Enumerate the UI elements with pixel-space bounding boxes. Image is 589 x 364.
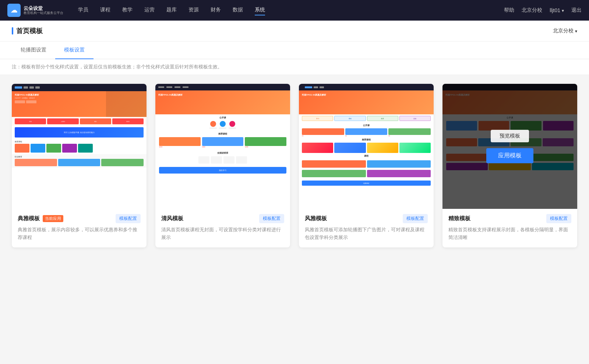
apply-button-2[interactable]: 应用模板: [199, 148, 246, 163]
template-info-1: 典雅模板 当前应用 模板配置 典雅首页模板，展示内容较多，可以展示优惠券和多个推…: [12, 209, 147, 247]
template-card-1: 托福TPO1-54真题及解析 内容详尽 · 全面覆盖 · 进阶提升 ¥30 +¥…: [12, 84, 147, 247]
logout-link[interactable]: 退出: [571, 7, 582, 14]
template-info-2: 清风模板 模板配置 清风首页模板课程无封面，可设置按学科分类对课程进行展示: [155, 209, 290, 247]
template-desc-4: 精致首页模板支持课程展示封面，各模板分隔明显，界面简洁清晰: [448, 226, 571, 242]
template-preview-4: 托福TPO1-54真题及解析 公开课 推荐课程: [442, 84, 577, 209]
user-name: lljt01: [550, 7, 560, 13]
template-name-1: 典雅模板: [18, 215, 40, 222]
nav-teaching[interactable]: 教学: [122, 5, 133, 15]
preview-overlay-4: 预览模板 应用模板: [442, 84, 577, 209]
template-info-3: 风雅模板 模板配置 风雅首页模板可添加轮播图下广告图片，可对课程及课程包设置学科…: [299, 209, 434, 247]
config-button-3[interactable]: 模板配置: [403, 214, 428, 223]
tab-carousel[interactable]: 轮播图设置: [12, 42, 55, 59]
template-desc-3: 风雅首页模板可添加轮播图下广告图片，可对课程及课程包设置学科分类展示: [305, 226, 428, 242]
apply-button-4[interactable]: 应用模板: [486, 148, 533, 163]
page-header: 首页模板 北京分校: [0, 21, 589, 42]
user-dropdown[interactable]: lljt01: [550, 7, 564, 13]
logo-icon: ☁: [7, 4, 21, 17]
logo[interactable]: ☁ 云朵设堂 教育机构一站式服务云平台: [7, 4, 63, 17]
tabs: 轮播图设置 模板设置: [12, 42, 577, 59]
nav-students[interactable]: 学员: [78, 5, 88, 15]
title-bar-accent: [12, 27, 13, 35]
template-name-2: 清风模板: [161, 215, 183, 222]
template-preview-3: 托福TPO1-54真题及解析 学习 课程 推荐 活动 公开课 ¥1 ¥1 ¥1 …: [299, 84, 434, 209]
preview-button-2[interactable]: 预览模板: [204, 130, 242, 142]
apply-button-3[interactable]: 应用模板: [343, 148, 390, 163]
config-button-2[interactable]: 模板配置: [259, 214, 284, 223]
template-grid: 托福TPO1-54真题及解析 内容详尽 · 全面覆盖 · 进阶提升 ¥30 +¥…: [12, 84, 577, 247]
badge-current-1: 当前应用: [43, 215, 63, 222]
preview-button-1[interactable]: 预览模板: [60, 130, 98, 142]
branch-selector-text: 北京分校: [553, 28, 574, 34]
template-desc-2: 清风首页模板课程无封面，可设置按学科分类对课程进行展示: [161, 226, 284, 242]
page-title-wrap: 首页模板: [12, 26, 43, 35]
template-card-4: 托福TPO1-54真题及解析 公开课 推荐课程: [442, 84, 577, 247]
tab-template[interactable]: 模板设置: [55, 42, 94, 59]
template-name-3: 风雅模板: [305, 215, 327, 222]
template-preview-2: 托福TPO1-54真题及解析 公开课: [155, 84, 290, 209]
branch-chevron-icon: [575, 28, 577, 34]
nav-operations[interactable]: 运营: [144, 5, 155, 15]
config-button-1[interactable]: 模板配置: [116, 214, 141, 223]
branch-selector[interactable]: 北京分校: [553, 28, 577, 34]
page-title: 首页模板: [16, 26, 43, 35]
logo-text: 云朵设堂 教育机构一站式服务云平台: [24, 6, 63, 15]
template-desc-1: 典雅首页模板，展示内容较多，可以展示优惠券和多个推荐课程: [18, 226, 141, 242]
tabs-wrap: 轮播图设置 模板设置: [0, 42, 589, 59]
logo-title: 云朵设堂: [24, 6, 63, 11]
nav-data[interactable]: 数据: [233, 5, 243, 15]
logo-sub: 教育机构一站式服务云平台: [24, 11, 63, 15]
template-name-4: 精致模板: [448, 215, 470, 222]
navbar: ☁ 云朵设堂 教育机构一站式服务云平台 学员 课程 教学 运营 题库 资源 财务…: [0, 0, 589, 21]
template-card-2: 托福TPO1-54真题及解析 公开课: [155, 84, 290, 247]
branch-link[interactable]: 北京分校: [522, 7, 542, 14]
notice-text: 注：模板有部分个性化样式设置，设置后仅当前模板生效；非个性化样式设置后针对所有模…: [12, 64, 222, 69]
nav-courses[interactable]: 课程: [100, 5, 110, 15]
nav-system[interactable]: 系统: [255, 5, 265, 15]
template-card-3: 托福TPO1-54真题及解析 学习 课程 推荐 活动 公开课 ¥1 ¥1 ¥1 …: [299, 84, 434, 247]
template-preview-1: 托福TPO1-54真题及解析 内容详尽 · 全面覆盖 · 进阶提升 ¥30 +¥…: [12, 84, 147, 209]
content: 托福TPO1-54真题及解析 内容详尽 · 全面覆盖 · 进阶提升 ¥30 +¥…: [0, 75, 589, 256]
nav-question-bank[interactable]: 题库: [166, 5, 177, 15]
help-link[interactable]: 帮助: [504, 7, 514, 14]
config-button-4[interactable]: 模板配置: [546, 214, 571, 223]
nav-resources[interactable]: 资源: [188, 5, 199, 15]
navbar-right: 帮助 北京分校 lljt01 退出: [504, 7, 582, 14]
apply-button-1[interactable]: 应用模板: [56, 148, 103, 163]
template-info-4: 精致模板 模板配置 精致首页模板支持课程展示封面，各模板分隔明显，界面简洁清晰: [442, 209, 577, 247]
preview-button-4[interactable]: 预览模板: [491, 130, 529, 142]
nav-items: 学员 课程 教学 运营 题库 资源 财务 数据 系统: [78, 5, 504, 15]
preview-button-3[interactable]: 预览模板: [347, 130, 385, 142]
nav-finance[interactable]: 财务: [211, 5, 221, 15]
notice-bar: 注：模板有部分个性化样式设置，设置后仅当前模板生效；非个性化样式设置后针对所有模…: [0, 59, 589, 75]
chevron-down-icon: [562, 7, 564, 13]
